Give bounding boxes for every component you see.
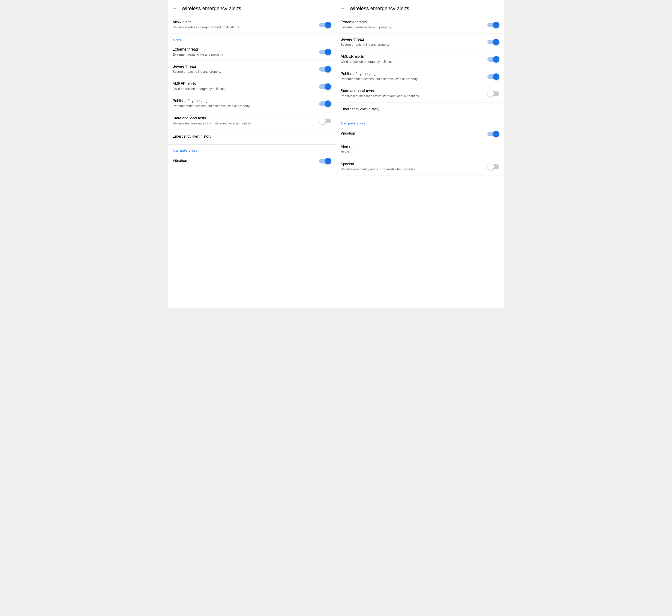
screens-container: ←Wireless emergency alertsAllow alertsRe… (168, 0, 504, 308)
toggle-thumb (493, 56, 499, 63)
setting-text: AMBER alertsChild abduction emergency bu… (341, 54, 487, 64)
toggle-thumb (493, 22, 499, 28)
screen-left: ←Wireless emergency alertsAllow alertsRe… (168, 0, 336, 308)
toggle-thumb (493, 39, 499, 45)
toggle-amber-alerts[interactable] (319, 83, 331, 90)
setting-title: Alert reminder (341, 145, 496, 149)
setting-text: Severe threatsSevere threats to life and… (341, 37, 487, 47)
setting-item-vibration[interactable]: Vibration (168, 154, 336, 168)
setting-item-state-local-tests-r[interactable]: State and local testsReceive test messag… (336, 85, 504, 102)
back-button[interactable]: ← (340, 6, 345, 12)
toggle-allow-alerts[interactable] (319, 22, 331, 28)
setting-item-severe-threats-r[interactable]: Severe threatsSevere threats to life and… (336, 34, 504, 51)
toggle-amber-alerts-r[interactable] (487, 56, 499, 63)
setting-subtitle: Receive wireless emergency alert notific… (173, 25, 315, 30)
setting-title: Extreme threats (341, 20, 484, 24)
setting-text: Emergency alert history (341, 107, 499, 112)
toggle-state-local-tests[interactable] (319, 118, 331, 124)
setting-text: Severe threatsSevere threats to life and… (173, 64, 319, 74)
setting-title: Public safety messages (173, 99, 315, 103)
setting-title: Severe threats (341, 37, 484, 42)
setting-item-public-safety-r[interactable]: Public safety messagesRecommended action… (336, 68, 504, 85)
toggle-severe-threats[interactable] (319, 66, 331, 72)
toggle-public-safety-r[interactable] (487, 73, 499, 80)
toggle-severe-threats-r[interactable] (487, 39, 499, 45)
setting-title: Emergency alert history (173, 134, 327, 138)
setting-text: Alert reminderNever (341, 145, 499, 154)
setting-item-spanish-r[interactable]: SpanishReceive emergency alerts in Spani… (336, 158, 504, 176)
setting-text: Public safety messagesRecommended action… (341, 72, 487, 81)
setting-item-amber-alerts-r[interactable]: AMBER alertsChild abduction emergency bu… (336, 51, 504, 68)
toggle-thumb (325, 66, 331, 72)
setting-item-extreme-threats[interactable]: Extreme threatsExtreme threats to life a… (168, 44, 336, 61)
setting-text: Extreme threatsExtreme threats to life a… (173, 47, 319, 57)
setting-text: State and local testsReceive test messag… (341, 89, 487, 99)
toggle-vibration[interactable] (319, 158, 331, 164)
back-button[interactable]: ← (172, 6, 177, 12)
toggle-thumb (319, 118, 326, 124)
setting-text: Emergency alert history (173, 134, 331, 139)
setting-text: Allow alertsReceive wireless emergency a… (173, 20, 319, 30)
setting-subtitle: Severe threats to life and property (341, 42, 484, 47)
setting-text: Public safety messagesRecommended action… (173, 99, 319, 108)
toggle-thumb (325, 100, 331, 107)
toggle-thumb (325, 83, 331, 90)
setting-subtitle: Child abduction emergency bulletins (173, 87, 315, 91)
setting-title: Extreme threats (173, 47, 315, 51)
setting-subtitle: Recommended actions that can save lives … (341, 77, 484, 81)
page-title: Wireless emergency alerts (181, 6, 241, 12)
setting-item-public-safety[interactable]: Public safety messagesRecommended action… (168, 95, 336, 112)
setting-item-emergency-history-r[interactable]: Emergency alert history (336, 102, 504, 117)
setting-title: AMBER alerts (173, 82, 315, 86)
setting-item-severe-threats[interactable]: Severe threatsSevere threats to life and… (168, 61, 336, 78)
setting-title: Severe threats (173, 64, 315, 69)
header: ←Wireless emergency alerts (336, 0, 504, 16)
setting-subtitle: Receive test messages from state and loc… (173, 121, 315, 126)
setting-item-emergency-history[interactable]: Emergency alert history (168, 130, 336, 144)
toggle-spanish-r[interactable] (487, 163, 499, 170)
setting-subtitle: Receive test messages from state and loc… (341, 94, 484, 99)
toggle-thumb (487, 90, 494, 97)
setting-item-alert-reminder-r[interactable]: Alert reminderNever (336, 141, 504, 158)
page-title: Wireless emergency alerts (349, 6, 409, 12)
setting-title: Emergency alert history (341, 107, 496, 111)
section-label: Alert preferences (168, 144, 336, 154)
setting-subtitle: Extreme threats to life and property (173, 52, 315, 57)
toggle-extreme-threats-r[interactable] (487, 22, 499, 28)
toggle-thumb (493, 131, 499, 137)
screen-right: ←Wireless emergency alertsExtreme threat… (336, 0, 504, 308)
toggle-thumb (325, 158, 331, 164)
setting-item-extreme-threats-r[interactable]: Extreme threatsExtreme threats to life a… (336, 16, 504, 34)
setting-text: Extreme threatsExtreme threats to life a… (341, 20, 487, 30)
setting-text: Vibration (341, 131, 487, 136)
setting-item-amber-alerts[interactable]: AMBER alertsChild abduction emergency bu… (168, 78, 336, 95)
setting-subtitle: Never (341, 150, 496, 154)
section-label: Alerts (168, 34, 336, 44)
setting-subtitle: Extreme threats to life and property (341, 25, 484, 30)
toggle-thumb (493, 73, 499, 80)
setting-text: SpanishReceive emergency alerts in Spani… (341, 162, 487, 172)
setting-item-allow-alerts[interactable]: Allow alertsReceive wireless emergency a… (168, 16, 336, 34)
toggle-thumb (325, 49, 331, 55)
setting-title: State and local tests (341, 89, 484, 93)
toggle-state-local-tests-r[interactable] (487, 90, 499, 97)
setting-item-state-local-tests[interactable]: State and local testsReceive test messag… (168, 112, 336, 130)
toggle-thumb (325, 22, 331, 28)
toggle-public-safety[interactable] (319, 100, 331, 107)
setting-title: Vibration (341, 131, 484, 135)
setting-title: Vibration (173, 159, 315, 163)
setting-title: Public safety messages (341, 72, 484, 76)
setting-title: AMBER alerts (341, 54, 484, 59)
header: ←Wireless emergency alerts (168, 0, 336, 16)
setting-title: Spanish (341, 162, 484, 166)
toggle-vibration-r[interactable] (487, 131, 499, 137)
section-label: Alert preferences (336, 117, 504, 127)
setting-subtitle: Child abduction emergency bulletins (341, 60, 484, 64)
toggle-extreme-threats[interactable] (319, 49, 331, 55)
setting-title: Allow alerts (173, 20, 315, 24)
toggle-thumb (487, 163, 494, 170)
setting-title: State and local tests (173, 116, 315, 120)
setting-subtitle: Receive emergency alerts in Spanish when… (341, 167, 484, 172)
setting-item-vibration-r[interactable]: Vibration (336, 127, 504, 141)
setting-subtitle: Severe threats to life and property (173, 69, 315, 74)
